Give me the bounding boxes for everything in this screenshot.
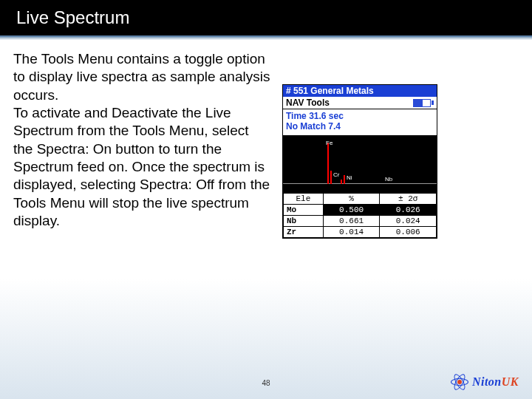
- peak-label-cr: Cr: [333, 171, 339, 178]
- figure-column: # 551 General Metals NAV Tools Time 31.6…: [282, 50, 437, 239]
- brand-logo: NitonUK: [450, 372, 519, 392]
- spectrum-plot: Fe Cr Ni Nb: [283, 135, 437, 193]
- atom-icon: [450, 372, 469, 392]
- body-text: The Tools Menu contains a toggle option …: [13, 50, 272, 239]
- slide-title: Live Spectrum: [16, 7, 129, 28]
- col-pct: %: [323, 193, 380, 204]
- page-number: 48: [262, 379, 270, 387]
- device-screenshot: # 551 General Metals NAV Tools Time 31.6…: [282, 84, 437, 239]
- body-lead: The Tools Menu contains a toggle option …: [13, 51, 270, 103]
- element-table: Ele % ± 2σ Mo 0.500 0.026 Nb 0.661 0.024…: [283, 193, 437, 238]
- table-header-row: Ele % ± 2σ: [284, 193, 437, 204]
- body-rest: To activate and Deactivate the Live Spec…: [13, 105, 270, 228]
- device-status: Time 31.6 sec No Match 7.4: [283, 109, 437, 135]
- content-area: The Tools Menu contains a toggle option …: [0, 40, 532, 239]
- peak-label-nb: Nb: [385, 176, 392, 183]
- battery-icon: [413, 99, 434, 107]
- time-line: Time 31.6 sec: [286, 111, 434, 121]
- title-bar: Live Spectrum: [0, 0, 532, 35]
- col-ele: Ele: [284, 193, 324, 204]
- table-row: Nb 0.661 0.024: [284, 215, 437, 226]
- device-subheader: NAV Tools: [283, 97, 437, 109]
- match-line: No Match 7.4: [286, 121, 434, 132]
- device-header: # 551 General Metals: [283, 85, 437, 97]
- table-row: Mo 0.500 0.026: [284, 204, 437, 215]
- col-sigma: ± 2σ: [380, 193, 437, 204]
- peak-label-ni: Ni: [347, 174, 352, 181]
- nav-label: NAV Tools: [286, 98, 330, 108]
- table-row: Zr 0.014 0.006: [284, 226, 437, 237]
- peak-label-fe: Fe: [326, 140, 332, 146]
- brand-text: NitonUK: [472, 375, 519, 389]
